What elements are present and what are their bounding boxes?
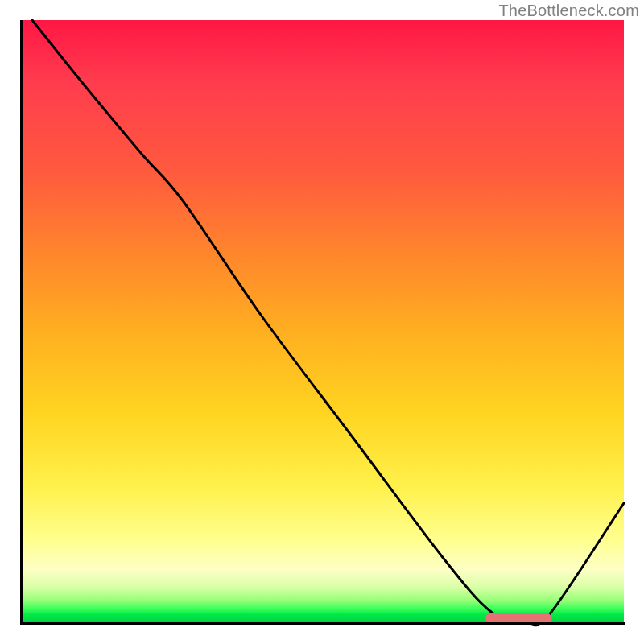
watermark-label: TheBottleneck.com — [498, 2, 639, 20]
curve-layer — [20, 20, 624, 624]
y-axis — [20, 20, 23, 624]
x-axis — [20, 622, 625, 625]
bottleneck-curve-path — [32, 20, 624, 625]
bottleneck-chart: TheBottleneck.com — [0, 0, 644, 644]
